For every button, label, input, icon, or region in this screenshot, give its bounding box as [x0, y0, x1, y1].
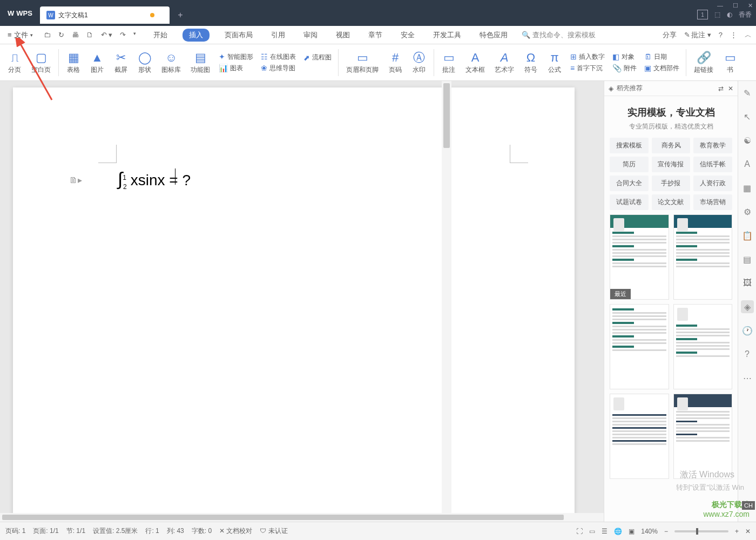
vtool-help-icon[interactable]: ? [741, 348, 754, 361]
vtool-template-icon[interactable]: ◈ [741, 300, 754, 313]
document-page[interactable]: 🗎▸ ∫12 xsinx = ? [13, 87, 575, 522]
zoom-out-button[interactable]: − [664, 528, 668, 535]
vtool-font-icon[interactable]: A [741, 158, 754, 171]
ribbon-dropcap[interactable]: ≡首字下沉 [570, 64, 605, 73]
cat-contract[interactable]: 合同大全 [610, 176, 649, 191]
vtool-layer-icon[interactable]: ▤ [741, 253, 754, 266]
share-button[interactable]: 分享 [663, 30, 677, 40]
vtool-filter-icon[interactable]: ⚙ [741, 205, 754, 218]
sp-tab-business[interactable]: 商务风 [652, 138, 691, 153]
wps-home-tab[interactable]: W WPS [0, 0, 40, 26]
ribbon-textbox[interactable]: A文本框 [461, 49, 489, 76]
vtool-sync-icon[interactable]: ☯ [741, 134, 754, 147]
command-search[interactable]: 🔍 查找命令、搜索模板 [522, 30, 596, 40]
help-icon[interactable]: ? [719, 31, 723, 39]
template-card[interactable] [610, 394, 669, 479]
sidepanel-options-icon[interactable]: ⇄ [718, 85, 724, 92]
ribbon-picture[interactable]: ▲图片 [86, 49, 109, 76]
template-card[interactable] [673, 394, 733, 479]
vtool-image-icon[interactable]: 🖼 [741, 276, 754, 289]
ribbon-docparts[interactable]: ▣文档部件 [644, 64, 679, 73]
redo-icon[interactable]: ↷ [120, 31, 126, 39]
template-card[interactable] [673, 304, 733, 389]
ribbon-flowchart[interactable]: ⬈流程图 [303, 53, 332, 62]
cat-handwrite[interactable]: 手抄报 [652, 176, 691, 191]
sb-setting[interactable]: 设置值: 2.5厘米 [93, 526, 138, 536]
zoom-thumb[interactable] [696, 528, 698, 535]
document-tab[interactable]: W 文字文稿1 [40, 6, 170, 24]
collapse-ribbon-icon[interactable]: ︿ [745, 30, 752, 40]
view-read-icon[interactable]: ▣ [629, 528, 634, 535]
undo-icon[interactable]: ↶ ▾ [101, 31, 113, 39]
more-icon[interactable]: ⋮ [730, 31, 737, 39]
user-avatar-icon[interactable]: ◐ [727, 11, 732, 18]
zoom-in-button[interactable]: + [735, 528, 739, 535]
vtool-grid-icon[interactable]: ▦ [741, 181, 754, 194]
editor[interactable]: 🗎▸ ∫12 xsinx = ? [0, 81, 604, 522]
ribbon-symbol[interactable]: Ω符号 [519, 49, 542, 76]
print2-icon[interactable]: 🗋 [86, 31, 93, 39]
tab-special[interactable]: 特色应用 [476, 29, 511, 42]
print-icon[interactable]: 🖶 [72, 31, 79, 39]
ribbon-mindmap[interactable]: ❀思维导图 [261, 64, 296, 73]
sb-chars[interactable]: 字数: 0 [192, 526, 212, 536]
save-icon[interactable]: 🗀 [44, 31, 51, 39]
ribbon-chart[interactable]: 📊图表 [219, 64, 253, 73]
view-print-icon[interactable]: ▭ [589, 528, 595, 535]
ribbon-table[interactable]: ▦表格 [62, 49, 85, 76]
badge-count[interactable]: 1 [697, 10, 708, 19]
vtool-edit-icon[interactable]: ✎ [741, 86, 754, 99]
tab-pagelayout[interactable]: 页面布局 [221, 29, 256, 42]
print-preview-icon[interactable]: ↻ [58, 31, 64, 39]
document-formula[interactable]: ∫12 xsinx = ? [118, 168, 191, 191]
ribbon-pagebreak[interactable]: ⎍分页 [3, 49, 26, 76]
sb-col[interactable]: 列: 43 [167, 526, 184, 536]
tab-insert[interactable]: 插入 [183, 29, 210, 42]
qat-chevron-icon[interactable]: ▾ [133, 31, 136, 39]
ribbon-headerfooter[interactable]: ▭页眉和页脚 [342, 49, 383, 76]
tab-review[interactable]: 审阅 [300, 29, 321, 42]
tab-start[interactable]: 开始 [150, 29, 171, 42]
vtool-select-icon[interactable]: ↖ [741, 110, 754, 123]
ribbon-iconlib[interactable]: ☺图标库 [157, 49, 185, 76]
sb-auth[interactable]: 🛡 未认证 [260, 526, 287, 536]
skin-icon[interactable]: ⬚ [714, 11, 720, 18]
ribbon-funchart[interactable]: ▤功能图 [186, 49, 214, 76]
ribbon-hyperlink[interactable]: 🔗超链接 [690, 49, 718, 76]
view-fullscreen-icon[interactable]: ⛶ [576, 528, 583, 535]
sb-line[interactable]: 行: 1 [145, 526, 159, 536]
ribbon-wordart[interactable]: A艺术字 [490, 49, 518, 76]
ribbon-pagenumber[interactable]: #页码 [384, 49, 407, 76]
vertical-scrollbar[interactable] [442, 81, 451, 513]
zoom-level[interactable]: 140% [641, 528, 658, 535]
vtool-more-icon[interactable]: ⋯ [741, 372, 754, 384]
file-menu-button[interactable]: ≡ 文件 ▾ [4, 30, 36, 40]
sb-proof[interactable]: ✕ 文档校对 [219, 526, 252, 536]
scrollbar-thumb[interactable] [2, 515, 564, 520]
ribbon-comment[interactable]: ▭批注 [437, 49, 460, 76]
ribbon-date[interactable]: 🗓日期 [644, 52, 679, 62]
ribbon-onlinechart[interactable]: ☷在线图表 [261, 52, 296, 62]
ribbon-watermark[interactable]: Ⓐ水印 [408, 49, 430, 76]
comment-button[interactable]: ✎批注 ▾ [684, 30, 711, 40]
close-button[interactable]: ✕ [748, 2, 753, 9]
ribbon-smartart[interactable]: ✦智能图形 [219, 52, 253, 62]
template-card[interactable] [673, 214, 733, 300]
add-tab-button[interactable]: + [170, 6, 191, 24]
sp-tab-education[interactable]: 教育教学 [693, 138, 732, 153]
sidepanel-close-icon[interactable]: ✕ [728, 85, 733, 92]
ribbon-screenshot[interactable]: ✂截屏 [110, 49, 132, 76]
scrollbar-thumb[interactable] [443, 83, 450, 148]
tab-view[interactable]: 视图 [333, 29, 353, 42]
ribbon-attachment[interactable]: 📎附件 [612, 64, 637, 73]
vtool-clipboard-icon[interactable]: 📋 [741, 229, 754, 242]
horizontal-scrollbar[interactable] [0, 513, 604, 522]
zoom-fit-icon[interactable]: ✕ [745, 528, 751, 535]
tab-reference[interactable]: 引用 [268, 29, 288, 42]
tab-security[interactable]: 安全 [397, 29, 418, 42]
ribbon-insertnumber[interactable]: ⊞插入数字 [570, 52, 605, 62]
user-name[interactable]: 香香 [739, 10, 752, 19]
vtool-history-icon[interactable]: 🕐 [741, 324, 754, 337]
cat-poster[interactable]: 宣传海报 [652, 157, 691, 172]
sb-section[interactable]: 节: 1/1 [66, 526, 85, 536]
